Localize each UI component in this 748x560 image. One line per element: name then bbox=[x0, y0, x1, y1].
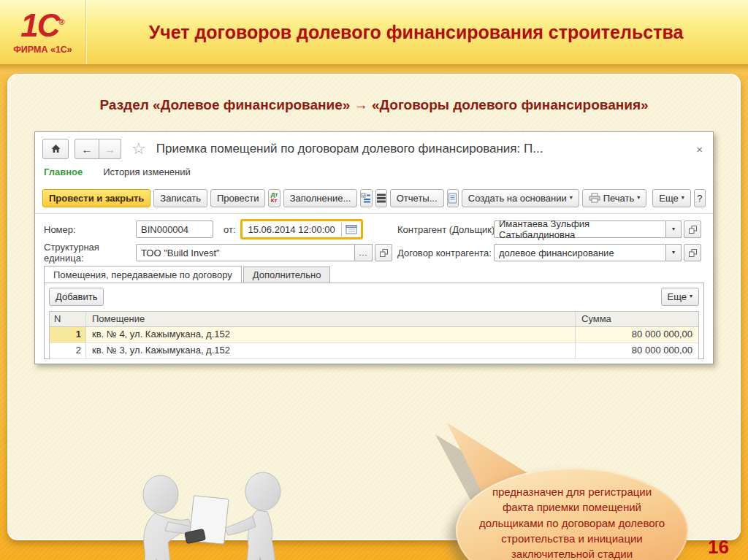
number-field[interactable]: BIN000004 bbox=[136, 220, 213, 238]
help-icon: ? bbox=[697, 193, 702, 204]
slide-header: 1С® ФИРМА «1С» Учет договоров долевого ф… bbox=[0, 0, 748, 64]
chevron-down-icon: ▾ bbox=[672, 226, 675, 232]
list-settings-button[interactable] bbox=[375, 189, 387, 207]
chevron-down-icon: ▾ bbox=[682, 195, 684, 201]
content-card: Раздел «Долевое финансирование» → «Догов… bbox=[7, 74, 741, 540]
debit-credit-icon: ДтКт bbox=[271, 192, 278, 204]
favorites-star-icon[interactable]: ☆ bbox=[131, 139, 146, 158]
reports-button[interactable]: Отчеты... bbox=[390, 189, 444, 207]
counterparty-dropdown-button[interactable]: ▾ bbox=[666, 220, 682, 238]
counterparty-combo: Имантаева Зульфия Сатыбалдиновна ▾ bbox=[494, 220, 701, 238]
create-based-on-label: Создать на основании bbox=[468, 193, 567, 204]
room-cell: кв. № 3, ул. Кажымукана, д.152 bbox=[86, 343, 576, 358]
fill-button[interactable]: Заполнение... bbox=[283, 189, 358, 207]
calendar-button[interactable] bbox=[342, 221, 361, 237]
home-button[interactable] bbox=[42, 139, 69, 159]
history-nav: ← → bbox=[75, 139, 121, 159]
contract-field[interactable]: долевое финансирование bbox=[494, 244, 666, 261]
table-row[interactable]: 2 кв. № 3, ул. Кажымукана, д.152 80 000 … bbox=[50, 343, 698, 359]
contract-label: Договор контрагента: bbox=[397, 248, 492, 258]
page-number: 16 bbox=[708, 536, 729, 559]
field-row-2: Структурная единица: ТОО "Build Invest" … bbox=[44, 243, 704, 262]
registered-mark: ® bbox=[59, 18, 65, 26]
field-row-1: Номер: BIN000004 от: 15.06.2014 12:00:00… bbox=[44, 220, 704, 239]
row-number-cell: 2 bbox=[50, 343, 86, 358]
date-highlight-box: 15.06.2014 12:00:00 bbox=[240, 219, 363, 239]
unit-open-button[interactable] bbox=[375, 244, 392, 261]
callout-text: предназначен для регистрации факта прием… bbox=[476, 484, 668, 560]
rooms-table: N Помещение Сумма 1 кв. № 4, ул. Кажымук… bbox=[49, 311, 699, 359]
sum-cell: 80 000 000,00 bbox=[576, 343, 698, 358]
save-button[interactable]: Записать bbox=[153, 189, 207, 207]
post-and-close-label: Провести и закрыть bbox=[49, 193, 144, 204]
report-document-button[interactable] bbox=[447, 189, 459, 207]
add-row-label: Добавить bbox=[56, 291, 97, 302]
tab-additional[interactable]: Дополнительно bbox=[243, 266, 331, 283]
debit-credit-button[interactable]: ДтКт bbox=[268, 189, 280, 207]
contract-combo: долевое финансирование ▾ bbox=[494, 244, 701, 261]
date-field[interactable]: 15.06.2014 12:00:00 bbox=[243, 223, 342, 237]
table-row[interactable]: 1 кв. № 4, ул. Кажымукана, д.152 80 000 … bbox=[50, 327, 698, 343]
open-link-icon bbox=[379, 248, 389, 258]
forward-icon: → bbox=[104, 143, 115, 156]
print-button[interactable]: Печать▾ bbox=[582, 189, 647, 207]
menu-main[interactable]: Главное bbox=[44, 166, 83, 181]
counterparty-field[interactable]: Имантаева Зульфия Сатыбалдиновна bbox=[494, 220, 666, 238]
structure-button[interactable] bbox=[360, 189, 372, 207]
chevron-down-icon: ▾ bbox=[672, 250, 675, 256]
chevron-down-icon: ▾ bbox=[690, 294, 692, 299]
calendar-icon bbox=[346, 224, 357, 234]
save-label: Записать bbox=[160, 193, 201, 204]
header-divider-strip bbox=[0, 64, 748, 74]
post-label: Провести bbox=[217, 193, 259, 204]
unit-field[interactable]: ТОО "Build Invest" bbox=[136, 244, 355, 261]
rooms-toolbar: Добавить Еще▾ bbox=[49, 287, 699, 306]
document-toolbar: Провести и закрыть Записать Провести ДтК… bbox=[42, 188, 706, 208]
more-button[interactable]: Еще▾ bbox=[652, 189, 690, 207]
reports-label: Отчеты... bbox=[397, 193, 438, 204]
create-based-on-button[interactable]: Создать на основании▾ bbox=[462, 189, 579, 207]
slide-title: Учет договоров долевого финансирования с… bbox=[99, 0, 733, 64]
figures-illustration bbox=[104, 461, 330, 560]
column-header-n: N bbox=[50, 312, 86, 326]
post-button[interactable]: Провести bbox=[210, 189, 266, 207]
sum-cell: 80 000 000,00 bbox=[576, 327, 698, 342]
help-button[interactable]: ? bbox=[694, 189, 706, 207]
window-title: Приемка помещений по договорам долевого … bbox=[156, 142, 543, 156]
ellipsis-icon: ... bbox=[359, 248, 367, 257]
rows-icon bbox=[376, 193, 386, 203]
unit-ellipsis-button[interactable]: ... bbox=[355, 244, 373, 261]
column-header-room: Помещение bbox=[86, 312, 576, 326]
home-icon bbox=[50, 143, 62, 155]
1c-document-window: ← → ☆ Приемка помещений по договорам дол… bbox=[34, 131, 714, 364]
open-link-icon bbox=[688, 225, 698, 234]
contract-open-button[interactable] bbox=[684, 244, 701, 261]
table-header-row: N Помещение Сумма bbox=[50, 312, 698, 327]
chevron-down-icon: ▾ bbox=[637, 195, 640, 201]
forward-button[interactable]: → bbox=[99, 139, 121, 159]
back-button[interactable]: ← bbox=[75, 139, 99, 159]
menu-change-history[interactable]: История изменений bbox=[103, 166, 191, 181]
more-label: Еще bbox=[659, 193, 678, 204]
tab-rooms[interactable]: Помещения, передаваемые по договору bbox=[44, 266, 242, 283]
slide: 1С® ФИРМА «1С» Учет договоров долевого ф… bbox=[0, 0, 748, 560]
post-and-close-button[interactable]: Провести и закрыть bbox=[42, 189, 150, 207]
kt-label: Кт bbox=[271, 198, 278, 204]
chevron-down-icon: ▾ bbox=[570, 195, 573, 201]
counterparty-open-button[interactable] bbox=[684, 220, 701, 238]
add-row-button[interactable]: Добавить bbox=[49, 288, 104, 306]
contract-dropdown-button[interactable]: ▾ bbox=[666, 244, 682, 261]
open-link-icon bbox=[688, 248, 698, 258]
print-label: Печать bbox=[603, 193, 635, 204]
document-icon bbox=[448, 193, 457, 204]
close-icon[interactable]: × bbox=[693, 143, 706, 156]
1c-logo: 1С® ФИРМА «1С» bbox=[0, 0, 86, 64]
toolbar-divider bbox=[35, 213, 713, 214]
1c-logo-text: 1С bbox=[20, 7, 58, 43]
rooms-more-button[interactable]: Еще▾ bbox=[661, 288, 699, 306]
rooms-panel: Добавить Еще▾ N Помещение Сумма 1 кв. № … bbox=[44, 283, 704, 359]
detail-tabstrip: Помещения, передаваемые по договору Допо… bbox=[44, 266, 330, 283]
window-titlebar: ← → ☆ Приемка помещений по договорам дол… bbox=[42, 138, 706, 160]
window-menubar: Главное История изменений bbox=[44, 166, 191, 181]
row-number-cell: 1 bbox=[50, 327, 86, 342]
